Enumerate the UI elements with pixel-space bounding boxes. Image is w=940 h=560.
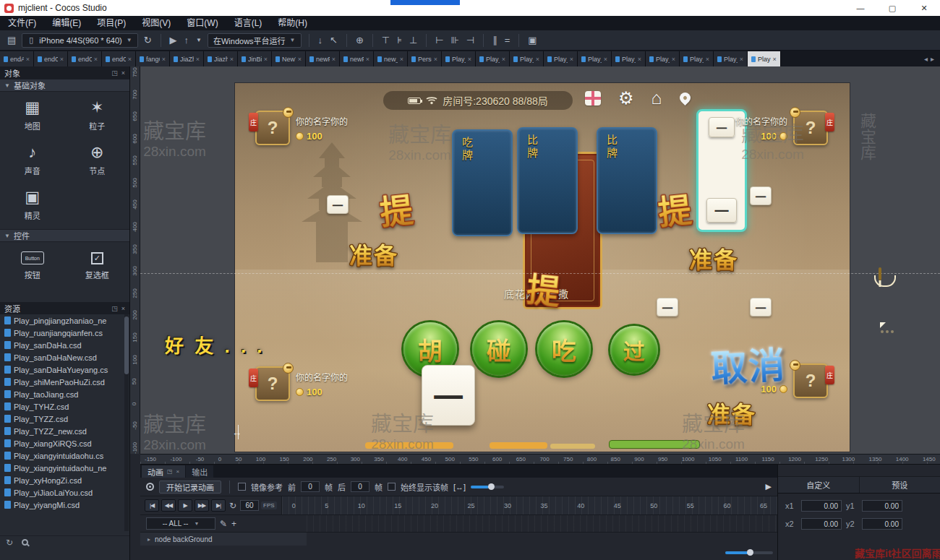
location-pin-icon[interactable] — [678, 90, 693, 105]
resource-file-item[interactable]: Play_TYZZ_new.csd — [0, 425, 124, 437]
menu-item[interactable]: 视图(V) — [134, 16, 179, 30]
x2-input[interactable] — [801, 518, 842, 530]
editor-tab[interactable]: Play_xy × — [680, 51, 714, 66]
chi-button[interactable]: 吃 — [537, 322, 591, 376]
tab-close-icon[interactable]: × — [26, 56, 30, 63]
palette-item-button[interactable]: Button 按钮 — [0, 244, 65, 288]
editor-tab[interactable]: Play_na × — [578, 51, 612, 66]
timeline-zoom-slider[interactable] — [725, 551, 773, 554]
peng-button[interactable]: 碰 — [472, 322, 526, 376]
editor-tab[interactable]: endOne × — [68, 51, 102, 66]
tile[interactable]: 一 — [750, 186, 772, 205]
close-panel-icon[interactable]: × — [176, 468, 180, 475]
editor-tab[interactable]: new_set × — [374, 51, 408, 66]
tab-close-icon[interactable]: × — [773, 56, 777, 63]
microphone-icon[interactable] — [879, 267, 881, 280]
tab-close-icon[interactable]: × — [502, 56, 505, 63]
always-show-checkbox[interactable] — [388, 483, 396, 491]
tab-close-icon[interactable]: × — [536, 56, 539, 63]
play-button[interactable]: ▶ — [168, 35, 179, 45]
design-canvas[interactable]: 房间号:230620 88/88局 ⚙ ⌂ ? 庄 你的名字你的 100 ? 庄 — [140, 66, 940, 454]
tab-close-icon[interactable]: × — [264, 56, 268, 63]
menu-item[interactable]: 帮助(H) — [270, 16, 315, 30]
align-vcenter-icon[interactable]: ⊧ — [396, 35, 403, 45]
editor-tab[interactable]: Jiazhu × — [204, 51, 238, 66]
float-panel-icon[interactable]: ◳ — [111, 305, 118, 312]
refresh-icon[interactable]: ↻ — [6, 538, 13, 548]
tab-close-icon[interactable]: × — [128, 56, 132, 63]
tile[interactable]: 一 — [750, 298, 772, 316]
tab-scroll-right-icon[interactable]: ▸ — [931, 55, 934, 63]
publish-chevron-icon[interactable]: ▼ — [195, 38, 203, 43]
tab-preset[interactable]: 预设 — [859, 477, 940, 493]
maximize-button[interactable]: ▢ — [876, 0, 908, 16]
search-icon[interactable] — [22, 539, 28, 546]
align-bottom-icon[interactable]: ⊥ — [408, 35, 419, 45]
cancel-button[interactable]: 取消 — [709, 335, 787, 391]
add-icon[interactable]: + — [231, 519, 236, 529]
menu-item[interactable]: 文件(F) — [0, 16, 44, 30]
tab-close-icon[interactable]: × — [332, 56, 336, 63]
expand-right-icon[interactable]: ▶ — [766, 482, 772, 491]
skip-end-button[interactable]: ▶| — [211, 499, 226, 512]
minimize-button[interactable]: — — [845, 0, 876, 16]
tab-close-icon[interactable]: × — [60, 56, 64, 63]
tab-close-icon[interactable]: × — [196, 56, 200, 63]
after-frames-input[interactable] — [351, 481, 369, 492]
track-filter-select[interactable]: -- ALL -- ▼ — [146, 517, 215, 530]
resource-file-item[interactable]: Play_ruanjiangqianfen.cs — [0, 327, 124, 339]
skip-start-button[interactable]: |◀ — [145, 499, 159, 512]
frame-ruler[interactable]: 05101520253035404550556065 — [282, 496, 777, 514]
action-card[interactable]: 比牌 — [517, 127, 578, 234]
action-card[interactable]: 比牌 — [597, 127, 657, 234]
resource-file-item[interactable]: Play_taoJiang.csd — [0, 388, 124, 400]
palette-item-map[interactable]: ▦ 地图 — [0, 93, 65, 138]
tab-close-icon[interactable]: × — [298, 56, 302, 63]
publish-icon[interactable]: ↑ — [183, 35, 191, 45]
tab-close-icon[interactable]: × — [672, 56, 675, 63]
select-tool-icon[interactable]: ↖ — [328, 35, 339, 45]
palette-item-sound[interactable]: ♪ 声音 — [0, 138, 65, 183]
same-size-icon[interactable]: ▣ — [526, 35, 538, 45]
played-tile[interactable]: 一 — [422, 365, 475, 426]
next-frame-button[interactable]: ▶▶ — [195, 499, 209, 512]
tab-animation[interactable]: 动画 ◳ × — [142, 465, 185, 478]
editor-tab[interactable]: Play_nin × — [612, 51, 646, 66]
mirror-checkbox[interactable] — [238, 483, 246, 491]
menu-item[interactable]: 语言(L) — [226, 16, 270, 30]
resource-file-item[interactable]: Play_TYZZ.csd — [0, 413, 124, 425]
align-left-icon[interactable]: ⊢ — [434, 35, 445, 45]
resource-file-item[interactable]: Play_sanDaHaYueyang.cs — [0, 363, 124, 376]
align-right-icon[interactable]: ⊣ — [465, 35, 476, 45]
menu-item[interactable]: 窗口(W) — [179, 16, 226, 30]
selected-card[interactable]: 一 一 — [696, 109, 747, 232]
resource-file-item[interactable]: Play_pingjiangzhaniao_ne — [0, 314, 124, 327]
action-card[interactable]: 吃牌 — [452, 129, 513, 236]
menu-item[interactable]: 项目(P) — [89, 16, 134, 30]
game-screen-preview[interactable]: 房间号:230620 88/88局 ⚙ ⌂ ? 庄 你的名字你的 100 ? 庄 — [235, 83, 850, 452]
editor-tab[interactable]: Play_yu × — [714, 51, 748, 66]
align-top-icon[interactable]: ⊤ — [380, 35, 391, 45]
close-button[interactable]: ✕ — [908, 0, 940, 16]
hand-tool-icon[interactable]: ↓ — [317, 35, 325, 45]
fps-input[interactable] — [240, 500, 259, 511]
editor-tab[interactable]: fangQia × — [136, 51, 170, 66]
resource-file-item[interactable]: Play_xiangyintuidaohu_ne — [0, 462, 124, 474]
menu-item[interactable]: 编辑(E) — [44, 16, 89, 30]
tab-close-icon[interactable]: × — [162, 56, 166, 63]
home-icon[interactable]: ⌂ — [651, 89, 662, 107]
editor-tab[interactable]: Play_liu × — [510, 51, 544, 66]
device-select[interactable]: ▯ iPhone 4/4S(960 * 640) ▼ — [22, 33, 137, 48]
tab-close-icon[interactable]: × — [604, 56, 607, 63]
align-hcenter-icon[interactable]: ⊪ — [450, 35, 461, 45]
avatar[interactable]: ? 庄 — [255, 366, 290, 401]
y1-input[interactable] — [862, 500, 902, 512]
section-controls[interactable]: ▼ 控件 — [0, 229, 129, 242]
run-target-select[interactable]: 在Windows平台运行 ▼ — [208, 33, 302, 48]
scene-export-icon[interactable]: ▤ — [6, 35, 17, 45]
play-animation-button[interactable]: ▶ — [178, 499, 192, 512]
y2-input[interactable] — [862, 518, 902, 530]
tab-scroll-left-icon[interactable]: ◂ — [924, 55, 928, 63]
gear-icon[interactable]: ⚙ — [618, 90, 634, 107]
animation-track-row[interactable]: ▸ node backGround — [140, 533, 307, 546]
